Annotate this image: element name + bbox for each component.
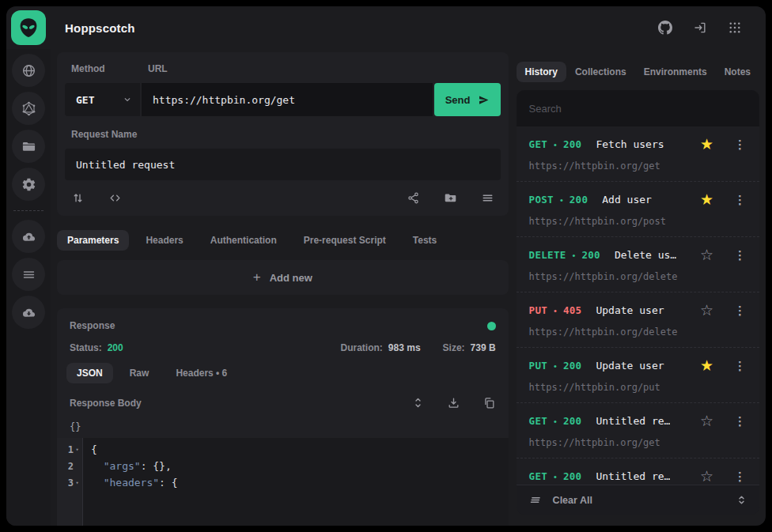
history-panel: HistoryCollectionsEnvironmentsNotes GET … <box>517 49 759 526</box>
history-name: Untitled re… <box>596 415 670 427</box>
history-item[interactable]: GET • 200 Fetch users ★ ⋮ https://httpbi… <box>517 126 759 182</box>
history-item[interactable]: GET • 200 Untitled re… ☆ ⋮ <box>517 458 759 485</box>
method-select[interactable]: GET <box>65 83 140 116</box>
history-item[interactable]: GET • 200 Untitled re… ☆ ⋮ https://httpb… <box>517 403 759 458</box>
history-method: GET <box>529 470 547 482</box>
kebab-menu-icon[interactable]: ⋮ <box>730 360 750 372</box>
history-method: GET <box>529 138 547 150</box>
history-item[interactable]: POST • 200 Add user ★ ⋮ https://httpbin.… <box>517 182 759 237</box>
url-input[interactable] <box>142 83 433 116</box>
history-item[interactable]: PUT • 405 Update user ☆ ⋮ https://httpbi… <box>517 292 759 348</box>
star-icon[interactable]: ☆ <box>700 413 713 428</box>
tab-json[interactable]: JSON <box>66 363 113 383</box>
tab-headers-6[interactable]: Headers • 6 <box>165 363 237 383</box>
tab-history[interactable]: History <box>517 62 566 82</box>
history-url: https://httpbin.org/delete <box>529 326 750 338</box>
search-input[interactable] <box>517 90 759 126</box>
tab-headers[interactable]: Headers <box>135 230 193 251</box>
star-icon[interactable]: ★ <box>700 192 713 207</box>
history-method: DELETE <box>529 249 566 261</box>
kebab-menu-icon[interactable]: ⋮ <box>730 138 750 150</box>
sidebar-item-cloud-download[interactable] <box>12 296 45 329</box>
topbar: Hoppscotch <box>6 6 766 49</box>
sidebar-item-list[interactable] <box>12 258 45 291</box>
history-method: GET <box>529 415 547 427</box>
star-icon[interactable]: ☆ <box>700 303 713 318</box>
history-status: 405 <box>563 304 581 316</box>
code-icon[interactable] <box>108 191 122 205</box>
status-value: 200 <box>108 342 123 353</box>
sidebar-item-collections[interactable] <box>12 130 45 163</box>
github-icon[interactable] <box>658 21 672 35</box>
download-icon[interactable] <box>447 396 460 409</box>
sidebar-item-graphql[interactable] <box>12 92 45 125</box>
star-icon[interactable]: ☆ <box>700 469 713 484</box>
kebab-menu-icon[interactable]: ⋮ <box>730 249 750 261</box>
history-method: PUT <box>529 360 547 372</box>
tab-pre-request-script[interactable]: Pre-request Script <box>293 230 396 251</box>
request-name-input[interactable] <box>65 149 501 180</box>
hoppscotch-logo[interactable] <box>11 10 46 45</box>
apps-grid-icon[interactable] <box>728 21 742 35</box>
sidebar-item-cloud-upload[interactable] <box>12 220 45 253</box>
star-icon[interactable]: ★ <box>700 358 713 373</box>
cloud-download-icon <box>21 305 36 320</box>
sidebar-item-rest[interactable] <box>12 54 45 87</box>
folder-icon <box>21 139 36 154</box>
swap-vertical-icon[interactable] <box>71 191 85 205</box>
history-item[interactable]: PUT • 200 Update user ★ ⋮ https://httpbi… <box>517 348 759 403</box>
app-title: Hoppscotch <box>65 21 135 35</box>
status-dot-icon <box>487 322 496 330</box>
star-icon[interactable]: ★ <box>700 137 713 152</box>
kebab-menu-icon[interactable]: ⋮ <box>730 304 750 316</box>
send-arrow-icon <box>478 94 490 106</box>
history-url: https://httpbin.org/get <box>529 437 750 448</box>
dot-separator: • <box>554 361 557 371</box>
kebab-menu-icon[interactable]: ⋮ <box>730 415 750 427</box>
sidebar-item-settings[interactable] <box>12 168 45 201</box>
tab-authentication[interactable]: Authentication <box>200 230 287 251</box>
sidebar <box>6 49 51 526</box>
sidebar-divider <box>13 210 44 211</box>
tab-notes[interactable]: Notes <box>716 62 759 82</box>
dot-separator: • <box>554 306 557 315</box>
tab-collections[interactable]: Collections <box>566 62 635 82</box>
tab-environments[interactable]: Environments <box>635 62 716 82</box>
collapse-chevrons-icon[interactable] <box>735 493 748 507</box>
method-value: GET <box>76 94 94 106</box>
dot-separator: • <box>560 195 563 205</box>
save-to-collection-icon[interactable] <box>444 191 457 205</box>
tab-raw[interactable]: Raw <box>119 363 160 383</box>
gear-icon <box>21 177 36 192</box>
response-title: Response <box>70 320 115 331</box>
json-filter-hint[interactable]: {} <box>57 416 509 438</box>
response-tabs: JSONRawHeaders • 6 <box>66 363 509 383</box>
clear-lines-icon <box>529 493 543 507</box>
dot-separator: • <box>554 417 557 426</box>
code-lines: { "args": {}, "headers": { <box>83 438 509 526</box>
copy-icon[interactable] <box>482 396 496 409</box>
star-icon[interactable]: ☆ <box>700 247 713 262</box>
kebab-menu-icon[interactable]: ⋮ <box>730 194 750 206</box>
history-item[interactable]: DELETE • 200 Delete us… ☆ ⋮ https://http… <box>517 237 759 292</box>
dot-separator: • <box>554 140 557 149</box>
kebab-menu-icon[interactable]: ⋮ <box>730 470 750 482</box>
history-list: GET • 200 Fetch users ★ ⋮ https://httpbi… <box>517 126 759 485</box>
clear-all-button[interactable]: Clear All <box>553 495 592 506</box>
tab-parameters[interactable]: Parameters <box>57 230 129 251</box>
response-body-editor[interactable]: 1▾23▾ { "args": {}, "headers": { <box>57 438 509 526</box>
unfold-icon[interactable] <box>411 396 425 409</box>
url-label: URL <box>142 63 168 74</box>
share-icon[interactable] <box>407 191 420 205</box>
send-button[interactable]: Send <box>434 83 501 116</box>
history-name: Untitled re… <box>596 470 670 482</box>
request-tabs: ParametersHeadersAuthenticationPre-reque… <box>57 230 509 251</box>
align-lines-icon[interactable] <box>481 191 494 205</box>
request-name-label: Request Name <box>57 116 509 149</box>
add-new-button[interactable]: + Add new <box>57 260 509 295</box>
dot-separator: • <box>554 472 557 481</box>
tab-tests[interactable]: Tests <box>403 230 447 251</box>
graphql-icon <box>21 101 36 116</box>
login-icon[interactable] <box>693 21 707 35</box>
history-method: POST <box>529 194 554 206</box>
